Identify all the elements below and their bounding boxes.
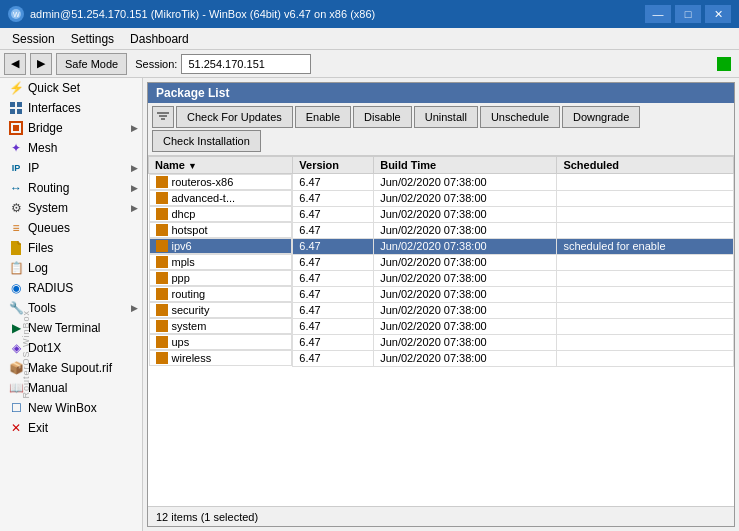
- sidebar-item-newwinbox[interactable]: ☐ New WinBox: [0, 398, 142, 418]
- cell-buildtime: Jun/02/2020 07:38:00: [374, 334, 557, 350]
- enable-button[interactable]: Enable: [295, 106, 351, 128]
- cell-buildtime: Jun/02/2020 07:38:00: [374, 318, 557, 334]
- tools-arrow: ▶: [131, 303, 138, 313]
- col-buildtime[interactable]: Build Time: [374, 157, 557, 174]
- cell-buildtime: Jun/02/2020 07:38:00: [374, 190, 557, 206]
- cell-version: 6.47: [293, 174, 374, 191]
- filter-button[interactable]: [152, 106, 174, 128]
- cell-name: hotspot: [149, 222, 293, 238]
- table-row[interactable]: ups6.47Jun/02/2020 07:38:00: [149, 334, 734, 350]
- system-icon: ⚙: [8, 200, 24, 216]
- sidebar-item-files[interactable]: Files: [0, 238, 142, 258]
- title-text: admin@51.254.170.151 (MikroTik) - WinBox…: [30, 8, 375, 20]
- cell-scheduled: [557, 206, 734, 222]
- back-button[interactable]: ◀: [4, 53, 26, 75]
- cell-buildtime: Jun/02/2020 07:38:00: [374, 302, 557, 318]
- sidebar-label-ip: IP: [28, 161, 39, 175]
- menu-dashboard[interactable]: Dashboard: [122, 30, 197, 48]
- sidebar-item-ip[interactable]: IP IP ▶: [0, 158, 142, 178]
- bridge-icon: [8, 120, 24, 136]
- col-version[interactable]: Version: [293, 157, 374, 174]
- cell-version: 6.47: [293, 334, 374, 350]
- sidebar-item-system[interactable]: ⚙ System ▶: [0, 198, 142, 218]
- files-icon: [8, 240, 24, 256]
- package-list-header: Package List: [148, 83, 734, 103]
- interfaces-icon: [8, 100, 24, 116]
- sidebar-item-mesh[interactable]: ✦ Mesh: [0, 138, 142, 158]
- sidebar-item-routing[interactable]: ↔ Routing ▶: [0, 178, 142, 198]
- radius-icon: ◉: [8, 280, 24, 296]
- cell-scheduled: [557, 270, 734, 286]
- sidebar-item-bridge[interactable]: Bridge ▶: [0, 118, 142, 138]
- session-label: Session:: [135, 58, 177, 70]
- menu-session[interactable]: Session: [4, 30, 63, 48]
- col-name[interactable]: Name ▼: [149, 157, 293, 174]
- sidebar-item-queues[interactable]: ≡ Queues: [0, 218, 142, 238]
- sidebar-item-radius[interactable]: ◉ RADIUS: [0, 278, 142, 298]
- table-row[interactable]: dhcp6.47Jun/02/2020 07:38:00: [149, 206, 734, 222]
- table-row[interactable]: wireless6.47Jun/02/2020 07:38:00: [149, 350, 734, 366]
- check-updates-button[interactable]: Check For Updates: [176, 106, 293, 128]
- cell-buildtime: Jun/02/2020 07:38:00: [374, 286, 557, 302]
- manual-icon: 📖: [8, 380, 24, 396]
- cell-scheduled: [557, 350, 734, 366]
- unschedule-button[interactable]: Unschedule: [480, 106, 560, 128]
- sidebar-label-queues: Queues: [28, 221, 70, 235]
- menu-settings[interactable]: Settings: [63, 30, 122, 48]
- sidebar-label-newwinbox: New WinBox: [28, 401, 97, 415]
- routing-arrow: ▶: [131, 183, 138, 193]
- forward-button[interactable]: ▶: [30, 53, 52, 75]
- sidebar-label-newterminal: New Terminal: [28, 321, 100, 335]
- sidebar-item-exit[interactable]: ✕ Exit: [0, 418, 142, 438]
- queues-icon: ≡: [8, 220, 24, 236]
- toolbar: ◀ ▶ Safe Mode Session: 51.254.170.151: [0, 50, 739, 78]
- svg-rect-7: [13, 125, 19, 131]
- package-panel: Package List Check For Updates Enable Di…: [147, 82, 735, 527]
- sidebar-item-log[interactable]: 📋 Log: [0, 258, 142, 278]
- table-row[interactable]: security6.47Jun/02/2020 07:38:00: [149, 302, 734, 318]
- sidebar-item-dot1x[interactable]: ◈ Dot1X: [0, 338, 142, 358]
- sidebar-item-makesupout[interactable]: 📦 Make Supout.rif: [0, 358, 142, 378]
- pkg-icon: [156, 176, 168, 188]
- table-row[interactable]: ppp6.47Jun/02/2020 07:38:00: [149, 270, 734, 286]
- cell-buildtime: Jun/02/2020 07:38:00: [374, 254, 557, 270]
- exit-icon: ✕: [8, 420, 24, 436]
- sort-arrow: ▼: [188, 161, 197, 171]
- maximize-button[interactable]: □: [675, 5, 701, 23]
- table-row[interactable]: ipv66.47Jun/02/2020 07:38:00scheduled fo…: [149, 238, 734, 254]
- cell-buildtime: Jun/02/2020 07:38:00: [374, 238, 557, 254]
- disable-button[interactable]: Disable: [353, 106, 412, 128]
- minimize-button[interactable]: —: [645, 5, 671, 23]
- cell-version: 6.47: [293, 222, 374, 238]
- uninstall-button[interactable]: Uninstall: [414, 106, 478, 128]
- sidebar-label-bridge: Bridge: [28, 121, 63, 135]
- table-row[interactable]: routeros-x866.47Jun/02/2020 07:38:00: [149, 174, 734, 191]
- ip-icon: IP: [8, 160, 24, 176]
- content-area: Package List Check For Updates Enable Di…: [143, 78, 739, 531]
- downgrade-button[interactable]: Downgrade: [562, 106, 640, 128]
- cell-name: ups: [149, 334, 293, 350]
- sidebar-label-makesupout: Make Supout.rif: [28, 361, 112, 375]
- close-button[interactable]: ✕: [705, 5, 731, 23]
- table-row[interactable]: hotspot6.47Jun/02/2020 07:38:00: [149, 222, 734, 238]
- sidebar-label-radius: RADIUS: [28, 281, 73, 295]
- sidebar-item-tools[interactable]: 🔧 Tools ▶: [0, 298, 142, 318]
- col-scheduled[interactable]: Scheduled: [557, 157, 734, 174]
- check-installation-button[interactable]: Check Installation: [152, 130, 261, 152]
- cell-buildtime: Jun/02/2020 07:38:00: [374, 270, 557, 286]
- sidebar-item-newterminal[interactable]: ▶ New Terminal: [0, 318, 142, 338]
- table-row[interactable]: system6.47Jun/02/2020 07:38:00: [149, 318, 734, 334]
- table-row[interactable]: routing6.47Jun/02/2020 07:38:00: [149, 286, 734, 302]
- cell-name: security: [149, 302, 293, 318]
- table-row[interactable]: mpls6.47Jun/02/2020 07:38:00: [149, 254, 734, 270]
- sidebar-label-tools: Tools: [28, 301, 56, 315]
- pkg-icon: [156, 240, 168, 252]
- table-row[interactable]: advanced-t...6.47Jun/02/2020 07:38:00: [149, 190, 734, 206]
- cell-name: system: [149, 318, 293, 334]
- cell-name: advanced-t...: [149, 190, 293, 206]
- sidebar-item-interfaces[interactable]: Interfaces: [0, 98, 142, 118]
- safe-mode-button[interactable]: Safe Mode: [56, 53, 127, 75]
- svg-rect-5: [17, 109, 22, 114]
- sidebar-item-manual[interactable]: 📖 Manual: [0, 378, 142, 398]
- sidebar-item-quickset[interactable]: ⚡ Quick Set: [0, 78, 142, 98]
